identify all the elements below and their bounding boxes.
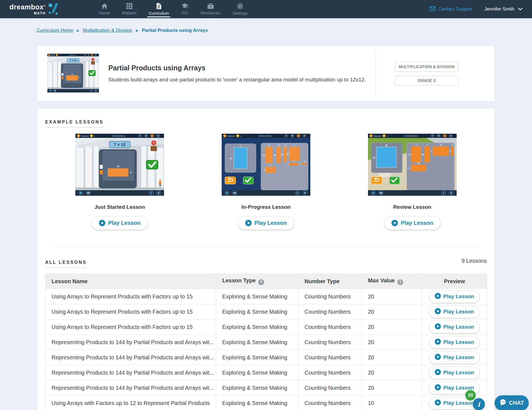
play-lesson-button[interactable]: Play Lesson (429, 336, 480, 349)
help-icon[interactable]: ? (258, 279, 264, 285)
nav-item-home[interactable]: Home (93, 0, 116, 18)
play-icon (435, 323, 441, 331)
lesson-name-cell: Representing Products to 144 by Partial … (45, 365, 216, 380)
contact-support-link[interactable]: Contact Support (430, 6, 472, 12)
svg-text:dreambox: dreambox (407, 135, 418, 137)
svg-text:12: 12 (263, 154, 265, 156)
svg-text:5: 5 (268, 144, 270, 147)
example-caption: In-Progress Lesson (241, 204, 290, 210)
play-lesson-button[interactable]: Play Lesson (429, 367, 480, 379)
svg-text:12: 12 (229, 157, 232, 160)
lesson-name-cell: Using Arrays to Represent Products with … (45, 319, 216, 335)
play-lesson-label: Play Lesson (443, 400, 474, 406)
chat-button[interactable]: CHAT (495, 395, 529, 410)
svg-text:d: d (405, 135, 406, 137)
svg-text:Student: Student (81, 135, 89, 137)
svg-text:i: i (297, 192, 298, 195)
play-lesson-button[interactable]: Play Lesson (384, 216, 441, 230)
nav-item-label: Reports (122, 11, 137, 15)
play-icon (435, 293, 441, 300)
svg-text:d: d (69, 54, 70, 56)
expression-badge: 7 × 12 (109, 141, 130, 148)
svg-text:12: 12 (117, 165, 119, 168)
lesson-name-cell: Representing Products to 144 by Partial … (45, 380, 216, 396)
table-row: Representing Products to 144 by Partial … (45, 350, 487, 365)
play-lesson-button[interactable]: Play Lesson (429, 290, 480, 303)
breadcrumb-arrow-icon: ▶ (77, 29, 79, 32)
target-panel: 11 12 (371, 143, 402, 173)
svg-text:7: 7 (294, 144, 295, 147)
dreambox-logo[interactable]: dreambox® MATH (9, 2, 60, 16)
info-button[interactable]: i (473, 398, 485, 410)
play-lesson-label: Play Lesson (443, 339, 474, 345)
svg-text:12: 12 (422, 153, 424, 156)
svg-text:?: ? (153, 141, 155, 145)
nav-item-reports[interactable]: Reports (116, 0, 143, 18)
svg-text:1: 1 (94, 135, 95, 137)
svg-text:11: 11 (440, 144, 442, 146)
brand-sub: MATH (34, 11, 46, 15)
help-icon[interactable]: ? (397, 279, 403, 285)
primary-nav: Home Reports Cur (93, 0, 254, 18)
nav-item-label: PD (182, 11, 188, 15)
nav-item-label: Settings (232, 11, 247, 16)
chat-bubble-icon (499, 399, 507, 407)
check-button (390, 177, 400, 184)
max-value-cell: 20 (362, 304, 422, 319)
brand-pencil-icon (48, 2, 60, 16)
undo-button (371, 177, 382, 184)
svg-text:i: i (443, 192, 444, 195)
lesson-name-cell: Using Arrays to Represent Products with … (45, 304, 216, 319)
breadcrumb-link-mult-division[interactable]: Multiplication & Division (83, 28, 132, 33)
example-lessons-header: EXAMPLE LESSONS (37, 120, 495, 128)
lesson-count: 9 Lessons (462, 258, 487, 264)
svg-text:2: 2 (288, 163, 289, 166)
svg-text:12: 12 (408, 153, 411, 156)
svg-text:7: 7 (431, 150, 432, 153)
svg-text:1: 1 (240, 135, 241, 137)
play-icon (99, 220, 105, 226)
user-menu[interactable]: Jennifer Smith (484, 6, 523, 12)
lesson-preview-image: 11 12 (368, 134, 457, 196)
play-icon (435, 354, 441, 361)
lesson-tags: MULTIPLICATION & DIVISION GRADE 3 (385, 62, 468, 86)
nav-item-resources[interactable]: Resources (195, 0, 227, 18)
lesson-type-cell: Exploring & Sense Making (216, 289, 298, 304)
svg-text:7: 7 (449, 150, 451, 153)
number-type-cell: Counting Numbers (298, 304, 362, 319)
curriculum-document-icon (156, 3, 162, 9)
lessons-table: Lesson Name Lesson Type? Number Type Max… (45, 274, 487, 410)
play-lesson-button[interactable]: Play Lesson (429, 321, 480, 333)
breadcrumb-link-curriculum-home[interactable]: Curriculum Home (37, 28, 73, 33)
svg-text:11: 11 (418, 162, 420, 164)
play-lesson-label: Play Lesson (443, 354, 474, 360)
lesson-type-cell: Exploring & Sense Making (216, 396, 298, 410)
nav-item-label: Curriculum (149, 11, 169, 16)
play-lesson-label: Play Lesson (254, 220, 287, 226)
max-value-cell: 20 (362, 319, 422, 335)
number-type-cell: Counting Numbers (298, 319, 362, 335)
svg-text:2: 2 (285, 144, 286, 147)
pieces-panel: 7 4 11 2 11 12 12 7 7 5 (407, 143, 454, 190)
play-lesson-button[interactable]: Play Lesson (91, 216, 148, 230)
nav-item-settings[interactable]: Settings (226, 0, 254, 18)
max-value-cell: 20 (362, 289, 422, 304)
tag-grade: GRADE 3 (395, 76, 458, 86)
table-row: Using Arrays to Represent Products with … (45, 304, 487, 319)
game-toolbar: i (222, 190, 310, 196)
nav-item-pd[interactable]: PD (175, 0, 195, 18)
nav-item-curriculum[interactable]: Curriculum (143, 0, 175, 18)
play-lesson-label: Play Lesson (401, 220, 433, 226)
example-caption: Review Lesson (393, 204, 431, 210)
check-button (243, 177, 253, 184)
home-icon (101, 3, 108, 9)
table-row: Representing Products to 144 by Partial … (45, 380, 487, 396)
play-lesson-button[interactable]: Play Lesson (429, 306, 480, 318)
svg-text:Student: Student (374, 135, 381, 137)
game-hud: Student 1 d dreambox (368, 134, 457, 138)
play-lesson-button[interactable]: Play Lesson (429, 351, 480, 364)
play-lesson-button[interactable]: Play Lesson (238, 216, 294, 230)
svg-text:Student: Student (51, 54, 55, 56)
lesson-type-cell: Exploring & Sense Making (216, 365, 298, 380)
work-board: 12 5 (99, 149, 137, 188)
